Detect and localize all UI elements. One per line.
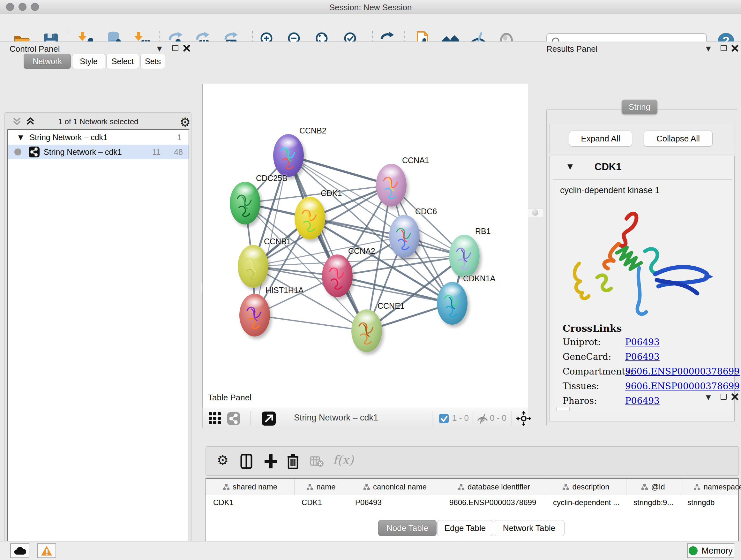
protein-node-cdkn1a[interactable] bbox=[437, 282, 468, 325]
table-cell[interactable]: CDK1 bbox=[294, 495, 348, 510]
node-gloss-highlight bbox=[381, 166, 401, 179]
table-cell[interactable]: 9606.ENSP00000378699 bbox=[442, 495, 546, 510]
table-cell[interactable]: cyclin-dependent ... bbox=[546, 495, 626, 510]
add-column-icon[interactable] bbox=[264, 454, 278, 469]
gene-detail-box: cyclin-dependent kinase 1 CrossLinks Un bbox=[553, 179, 732, 411]
table-cell[interactable]: stringdb bbox=[680, 495, 741, 510]
network-edge-count: 48 bbox=[174, 147, 183, 157]
network-label: String Network – cdk1 bbox=[44, 147, 122, 157]
memory-button[interactable]: Memory bbox=[687, 543, 734, 558]
node-label-ccna1: CCNA1 bbox=[402, 156, 429, 165]
window-title: Session: New Session bbox=[0, 3, 741, 12]
table-panel-float-icon[interactable] bbox=[721, 394, 727, 400]
protein-node-cdk1[interactable] bbox=[294, 197, 325, 240]
results-buttons-box: Expand All Collapse All bbox=[549, 124, 734, 153]
workspace: Control Panel ▼ Network Style Select Set… bbox=[0, 42, 741, 541]
warning-icon bbox=[41, 545, 53, 556]
tab-select[interactable]: Select bbox=[106, 54, 139, 69]
string-network-icon bbox=[28, 146, 40, 158]
table-cell[interactable]: P06493 bbox=[348, 495, 442, 510]
column-type-icon bbox=[307, 484, 313, 490]
tab-style[interactable]: Style bbox=[72, 54, 105, 69]
warning-status-button[interactable] bbox=[37, 543, 56, 558]
node-gloss-highlight bbox=[357, 312, 376, 324]
results-panel-float-icon[interactable] bbox=[721, 45, 727, 51]
protein-node-ccnb1[interactable] bbox=[238, 245, 268, 288]
network-row[interactable]: String Network – cdk1 11 48 bbox=[8, 145, 189, 159]
crosslinks-heading: CrossLinks bbox=[562, 323, 622, 334]
column-header-databaseidentifier[interactable]: database identifier bbox=[442, 479, 546, 495]
node-gloss-highlight bbox=[455, 237, 474, 250]
network-edge[interactable] bbox=[288, 155, 367, 331]
column-header-label: @id bbox=[651, 482, 665, 491]
column-header-namespace[interactable]: namespace bbox=[680, 479, 741, 495]
table-cell[interactable]: CDK1 bbox=[206, 495, 294, 510]
column-type-icon bbox=[642, 484, 648, 490]
right-splitter-grip[interactable] bbox=[527, 208, 543, 217]
crosslink-link[interactable]: P06493 bbox=[625, 352, 660, 362]
table-row[interactable]: CDK1CDK1P064939606.ENSP00000378699cyclin… bbox=[206, 495, 738, 510]
tab-network[interactable]: Network bbox=[23, 54, 71, 69]
column-type-icon bbox=[363, 484, 370, 490]
cloud-status-button[interactable] bbox=[10, 543, 29, 558]
network-options-gear-icon[interactable]: ⚙ bbox=[180, 115, 191, 129]
gene-description: cyclin-dependent kinase 1 bbox=[560, 186, 660, 195]
delete-column-trash-icon[interactable] bbox=[287, 454, 299, 469]
column-type-icon bbox=[694, 484, 700, 490]
column-header-name[interactable]: name bbox=[294, 479, 348, 495]
protein-node-cdc6[interactable] bbox=[389, 215, 420, 258]
show-columns-icon[interactable] bbox=[240, 454, 253, 469]
gene-expander-icon[interactable]: ▼ bbox=[567, 163, 573, 171]
tab-node-table[interactable]: Node Table bbox=[378, 520, 436, 536]
column-header-id[interactable]: @id bbox=[626, 479, 680, 495]
table-cell[interactable]: stringdb:9... bbox=[626, 495, 680, 510]
protein-node-ccne1[interactable] bbox=[351, 309, 382, 352]
column-header-canonicalname[interactable]: canonical name bbox=[348, 479, 442, 495]
control-panel-menu-icon[interactable]: ▼ bbox=[157, 45, 162, 52]
results-panel-menu-icon[interactable]: ▼ bbox=[706, 45, 711, 52]
protein-node-rb1[interactable] bbox=[449, 235, 480, 277]
results-panel-close-icon[interactable] bbox=[731, 45, 738, 52]
table-panel-title: Table Panel bbox=[208, 393, 252, 402]
memory-status-dot-icon bbox=[689, 546, 697, 555]
network-canvas[interactable]: CCNB2CCNA1CDC25BCDK1CDC6RB1CCNB1CCNA2CDK… bbox=[202, 84, 528, 408]
column-header-label: canonical name bbox=[373, 482, 427, 491]
protein-node-hist1h1a[interactable] bbox=[239, 294, 270, 336]
tab-network-table[interactable]: Network Table bbox=[494, 520, 564, 536]
collection-expander-icon[interactable]: ▼ bbox=[18, 133, 23, 141]
protein-node-ccnb2[interactable] bbox=[273, 134, 304, 177]
control-panel-close-icon[interactable] bbox=[183, 45, 190, 52]
node-label-cdk1: CDK1 bbox=[321, 189, 342, 198]
column-header-label: description bbox=[572, 482, 609, 491]
column-header-label: shared name bbox=[232, 482, 277, 491]
tab-edge-table[interactable]: Edge Table bbox=[437, 520, 493, 536]
column-header-description[interactable]: description bbox=[546, 479, 626, 495]
table-settings-gear-icon[interactable]: ⚙ bbox=[217, 452, 229, 468]
results-gene-section: ▼ CDK1 cyclin-dependent kinase 1 bbox=[549, 156, 735, 422]
network-node-count: 11 bbox=[152, 147, 160, 157]
tab-sets[interactable]: Sets bbox=[140, 54, 165, 69]
crosslink-link[interactable]: 9606.ENSP00000378699 bbox=[625, 366, 740, 377]
node-gloss-highlight bbox=[245, 296, 264, 309]
gene-symbol: CDK1 bbox=[595, 161, 621, 173]
protein-node-cdc25b[interactable] bbox=[230, 182, 260, 225]
status-bar: Memory bbox=[0, 541, 741, 560]
node-label-ccnb1: CCNB1 bbox=[264, 237, 291, 246]
control-panel-float-icon[interactable] bbox=[172, 45, 179, 51]
expand-all-button[interactable]: Expand All bbox=[569, 131, 632, 146]
protein-node-ccna1[interactable] bbox=[376, 164, 407, 206]
gene-header-row[interactable]: ▼ CDK1 bbox=[550, 156, 734, 179]
crosslink-label: Compartments: bbox=[562, 366, 633, 377]
tab-string[interactable]: String bbox=[622, 100, 657, 114]
network-status-dot-icon bbox=[14, 148, 21, 155]
node-gloss-highlight bbox=[235, 184, 255, 197]
table-panel-close-icon[interactable] bbox=[731, 393, 738, 400]
network-edge[interactable] bbox=[255, 315, 367, 331]
crosslink-link[interactable]: P06493 bbox=[625, 337, 660, 348]
protein-node-ccna2[interactable] bbox=[322, 254, 353, 297]
collection-count: 1 bbox=[177, 133, 182, 142]
table-panel-menu-icon[interactable]: ▼ bbox=[706, 393, 711, 401]
network-collection-row[interactable]: ▼ String Network – cdk1 1 bbox=[8, 130, 189, 145]
collapse-all-button[interactable]: Collapse All bbox=[644, 131, 713, 146]
column-header-sharedname[interactable]: shared name bbox=[206, 479, 294, 495]
